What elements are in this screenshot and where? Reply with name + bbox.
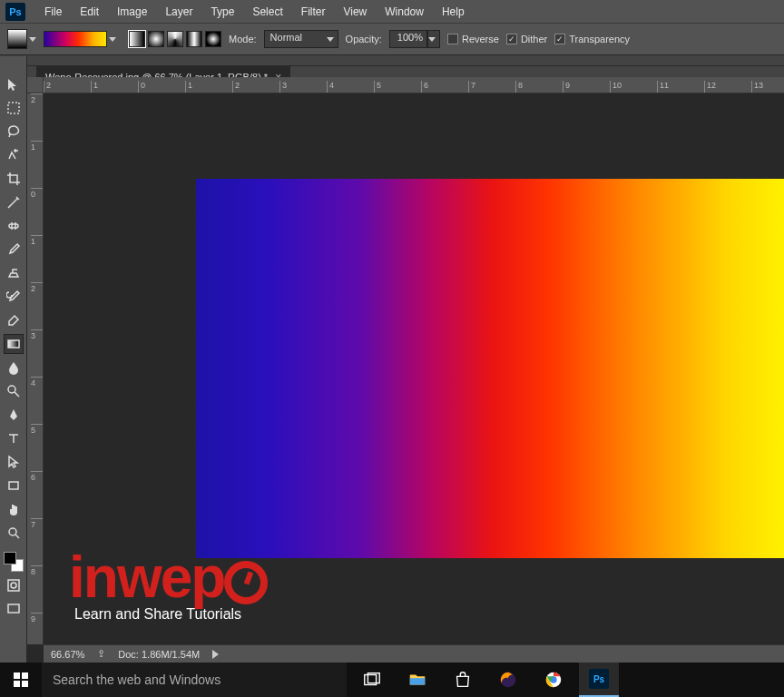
reverse-label: Reverse — [462, 34, 499, 44]
svg-rect-10 — [22, 672, 28, 679]
dodge-tool[interactable] — [4, 381, 24, 401]
taskbar-search[interactable]: Search the web and Windows — [42, 663, 347, 697]
watermark-o-icon — [224, 561, 268, 604]
menu-view[interactable]: View — [335, 3, 375, 21]
menu-select[interactable]: Select — [244, 3, 290, 21]
svg-point-3 — [8, 386, 15, 393]
gradient-linear-icon[interactable] — [129, 31, 145, 47]
quickmask-icon[interactable] — [4, 575, 24, 595]
file-explorer-button[interactable] — [397, 663, 437, 697]
clone-stamp-tool[interactable] — [4, 263, 24, 283]
mode-dropdown[interactable]: Normal — [264, 30, 338, 48]
checkbox-icon: ✓ — [554, 34, 565, 44]
path-select-tool[interactable] — [4, 452, 24, 472]
menu-edit[interactable]: Edit — [72, 3, 107, 21]
svg-rect-6 — [8, 580, 19, 591]
spot-heal-tool[interactable] — [4, 216, 24, 236]
share-icon[interactable]: ⇪ — [97, 648, 105, 660]
color-swatch[interactable] — [4, 552, 24, 572]
transparency-checkbox[interactable]: ✓ Transparency — [554, 34, 630, 44]
menu-layer[interactable]: Layer — [157, 3, 201, 21]
tool-panel — [0, 56, 27, 663]
marquee-tool[interactable] — [4, 98, 24, 118]
move-tool[interactable] — [4, 74, 24, 94]
svg-rect-9 — [14, 672, 20, 679]
panel-collapse-strip[interactable] — [0, 55, 784, 66]
history-brush-tool[interactable] — [4, 287, 24, 307]
task-view-button[interactable] — [352, 663, 392, 697]
transparency-label: Transparency — [569, 34, 630, 44]
pen-tool[interactable] — [4, 405, 24, 425]
canvas-image[interactable] — [196, 179, 784, 558]
svg-rect-12 — [22, 681, 28, 687]
screenmode-icon[interactable] — [4, 599, 24, 619]
work-area: 21012345678910111213 210123456789 inwep … — [27, 77, 784, 663]
menu-filter[interactable]: Filter — [293, 3, 334, 21]
photoshop-button[interactable]: Ps — [579, 663, 619, 697]
menu-image[interactable]: Image — [109, 3, 155, 21]
zoom-tool[interactable] — [4, 523, 24, 543]
svg-point-7 — [11, 583, 16, 588]
canvas-viewport[interactable]: inwep Learn and Share Tutorials — [44, 93, 784, 644]
zoom-level[interactable]: 66.67% — [51, 649, 84, 660]
svg-rect-0 — [8, 103, 19, 113]
brush-tool[interactable] — [4, 240, 24, 260]
chevron-down-icon[interactable] — [109, 37, 116, 42]
gradient-reflected-icon[interactable] — [186, 31, 202, 47]
store-button[interactable] — [443, 663, 483, 697]
checkbox-icon — [447, 34, 458, 44]
rectangle-tool[interactable] — [4, 476, 24, 496]
ruler-horizontal[interactable]: 21012345678910111213 — [44, 77, 784, 93]
ruler-corner[interactable] — [27, 77, 44, 93]
eraser-tool[interactable] — [4, 310, 24, 330]
reverse-checkbox[interactable]: Reverse — [447, 34, 499, 44]
checkbox-icon: ✓ — [506, 34, 517, 44]
gradient-diamond-icon[interactable] — [205, 31, 221, 47]
svg-rect-4 — [9, 482, 18, 489]
ruler-vertical[interactable]: 210123456789 — [27, 93, 44, 644]
gradient-angle-icon[interactable] — [167, 31, 183, 47]
dither-label: Dither — [521, 34, 547, 44]
chevron-down-icon[interactable] — [29, 37, 36, 42]
blur-tool[interactable] — [4, 358, 24, 378]
tool-preset-icon[interactable] — [7, 29, 27, 49]
crop-tool[interactable] — [4, 169, 24, 189]
type-tool[interactable] — [4, 428, 24, 448]
watermark-tagline: Learn and Share Tutorials — [74, 606, 268, 623]
search-placeholder: Search the web and Windows — [53, 672, 220, 687]
start-button[interactable] — [0, 663, 42, 697]
menu-window[interactable]: Window — [377, 3, 432, 21]
menu-bar: Ps File Edit Image Layer Type Select Fil… — [0, 0, 784, 23]
play-icon[interactable] — [212, 650, 219, 659]
watermark: inwep Learn and Share Tutorials — [69, 552, 268, 623]
windows-taskbar: Search the web and Windows Ps — [0, 663, 784, 697]
svg-rect-11 — [14, 681, 20, 687]
dither-checkbox[interactable]: ✓ Dither — [506, 34, 547, 44]
svg-point-5 — [9, 528, 16, 535]
foreground-color[interactable] — [4, 552, 16, 564]
lasso-tool[interactable] — [4, 122, 24, 142]
svg-rect-2 — [8, 340, 19, 348]
mode-label: Mode: — [229, 34, 257, 44]
ps-logo-icon: Ps — [5, 3, 25, 21]
options-bar: Mode: Normal Opacity: 100% Reverse ✓ Dit… — [0, 23, 784, 55]
svg-rect-8 — [8, 604, 19, 613]
menu-type[interactable]: Type — [202, 3, 242, 21]
opacity-label: Opacity: — [346, 34, 382, 44]
eyedropper-tool[interactable] — [4, 192, 24, 212]
menu-help[interactable]: Help — [434, 3, 473, 21]
chrome-button[interactable] — [534, 663, 573, 697]
opacity-field[interactable]: 100% — [389, 30, 427, 48]
watermark-brand: inwep — [69, 545, 224, 610]
hand-tool[interactable] — [4, 499, 24, 519]
gradient-sample[interactable] — [44, 31, 107, 47]
gradient-radial-icon[interactable] — [148, 31, 164, 47]
quick-select-tool[interactable] — [4, 145, 24, 165]
doc-info[interactable]: Doc: 1.86M/1.54M — [118, 649, 200, 660]
gradient-tool[interactable] — [4, 334, 24, 354]
firefox-button[interactable] — [488, 663, 528, 697]
chevron-down-icon[interactable] — [427, 30, 440, 48]
menu-file[interactable]: File — [36, 3, 70, 21]
status-bar: 66.67% ⇪ Doc: 1.86M/1.54M — [44, 644, 784, 663]
svg-rect-1 — [9, 224, 18, 228]
